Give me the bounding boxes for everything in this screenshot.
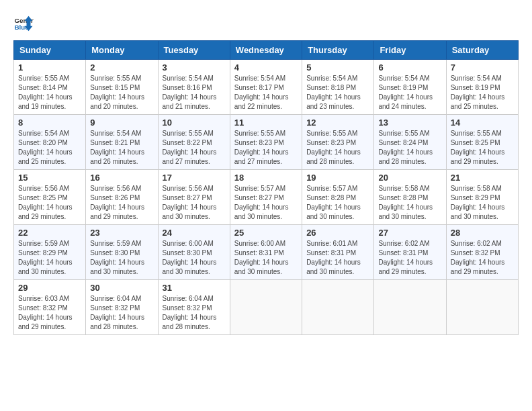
calendar-cell: 2 Sunrise: 5:55 AMSunset: 8:15 PMDayligh… (86, 60, 158, 115)
day-info: Sunrise: 6:03 AMSunset: 8:32 PMDaylight:… (18, 294, 81, 332)
calendar-cell: 1 Sunrise: 5:55 AMSunset: 8:14 PMDayligh… (14, 60, 86, 115)
day-info: Sunrise: 5:58 AMSunset: 8:28 PMDaylight:… (378, 184, 441, 222)
day-number: 31 (163, 283, 226, 293)
day-number: 12 (306, 118, 369, 128)
calendar-cell: 22 Sunrise: 5:59 AMSunset: 8:29 PMDaylig… (14, 225, 86, 280)
calendar-cell: 18 Sunrise: 5:57 AMSunset: 8:27 PMDaylig… (230, 170, 302, 225)
day-info: Sunrise: 5:58 AMSunset: 8:29 PMDaylight:… (451, 184, 514, 222)
day-info: Sunrise: 5:54 AMSunset: 8:19 PMDaylight:… (451, 74, 514, 111)
day-info: Sunrise: 6:00 AMSunset: 8:30 PMDaylight:… (163, 239, 226, 277)
day-number: 7 (451, 62, 514, 73)
day-number: 22 (18, 228, 81, 238)
weekday-header: Saturday (446, 41, 518, 60)
day-number: 5 (306, 62, 369, 73)
calendar-cell: 3 Sunrise: 5:54 AMSunset: 8:16 PMDayligh… (158, 60, 230, 115)
logo: General Blue (13, 13, 34, 34)
day-info: Sunrise: 5:54 AMSunset: 8:21 PMDaylight:… (90, 129, 153, 167)
day-number: 1 (18, 62, 81, 73)
calendar-cell: 27 Sunrise: 6:02 AMSunset: 8:31 PMDaylig… (374, 225, 446, 280)
day-info: Sunrise: 5:59 AMSunset: 8:30 PMDaylight:… (90, 239, 153, 277)
calendar-cell: 23 Sunrise: 5:59 AMSunset: 8:30 PMDaylig… (86, 225, 158, 280)
day-info: Sunrise: 5:54 AMSunset: 8:20 PMDaylight:… (18, 129, 81, 167)
weekday-header: Friday (374, 41, 446, 60)
weekday-header: Wednesday (230, 41, 302, 60)
day-info: Sunrise: 5:54 AMSunset: 8:16 PMDaylight:… (163, 74, 226, 111)
calendar-cell: 20 Sunrise: 5:58 AMSunset: 8:28 PMDaylig… (374, 170, 446, 225)
calendar-cell: 4 Sunrise: 5:54 AMSunset: 8:17 PMDayligh… (230, 60, 302, 115)
calendar-cell (302, 280, 374, 335)
day-number: 2 (90, 62, 153, 73)
calendar-cell: 14 Sunrise: 5:55 AMSunset: 8:25 PMDaylig… (446, 115, 518, 170)
day-number: 13 (378, 118, 441, 128)
calendar-table: SundayMondayTuesdayWednesdayThursdayFrid… (13, 40, 519, 335)
day-info: Sunrise: 5:54 AMSunset: 8:18 PMDaylight:… (306, 74, 369, 111)
day-number: 27 (378, 228, 441, 238)
day-number: 11 (234, 118, 298, 128)
calendar-cell: 10 Sunrise: 5:55 AMSunset: 8:22 PMDaylig… (158, 115, 230, 170)
day-number: 21 (451, 173, 514, 183)
calendar-cell: 17 Sunrise: 5:56 AMSunset: 8:27 PMDaylig… (158, 170, 230, 225)
day-info: Sunrise: 5:55 AMSunset: 8:14 PMDaylight:… (18, 74, 81, 111)
day-number: 26 (306, 228, 369, 238)
calendar-cell: 28 Sunrise: 6:02 AMSunset: 8:32 PMDaylig… (446, 225, 518, 280)
calendar-cell: 30 Sunrise: 6:04 AMSunset: 8:32 PMDaylig… (86, 280, 158, 335)
day-info: Sunrise: 5:56 AMSunset: 8:26 PMDaylight:… (90, 184, 153, 222)
day-number: 4 (234, 62, 298, 73)
calendar-cell: 15 Sunrise: 5:56 AMSunset: 8:25 PMDaylig… (14, 170, 86, 225)
day-info: Sunrise: 6:04 AMSunset: 8:32 PMDaylight:… (163, 294, 226, 332)
day-number: 3 (163, 62, 226, 73)
day-info: Sunrise: 6:02 AMSunset: 8:32 PMDaylight:… (451, 239, 514, 277)
calendar-cell: 7 Sunrise: 5:54 AMSunset: 8:19 PMDayligh… (446, 60, 518, 115)
day-number: 9 (90, 118, 153, 128)
day-number: 23 (90, 228, 153, 238)
day-info: Sunrise: 5:55 AMSunset: 8:15 PMDaylight:… (90, 74, 153, 111)
weekday-header: Monday (86, 41, 158, 60)
day-info: Sunrise: 6:02 AMSunset: 8:31 PMDaylight:… (378, 239, 441, 277)
calendar-cell: 24 Sunrise: 6:00 AMSunset: 8:30 PMDaylig… (158, 225, 230, 280)
day-info: Sunrise: 5:54 AMSunset: 8:17 PMDaylight:… (234, 74, 298, 111)
day-info: Sunrise: 5:56 AMSunset: 8:25 PMDaylight:… (18, 184, 81, 222)
day-info: Sunrise: 5:59 AMSunset: 8:29 PMDaylight:… (18, 239, 81, 277)
calendar-cell: 21 Sunrise: 5:58 AMSunset: 8:29 PMDaylig… (446, 170, 518, 225)
calendar-cell (230, 280, 302, 335)
day-info: Sunrise: 5:57 AMSunset: 8:28 PMDaylight:… (306, 184, 369, 222)
calendar-cell: 25 Sunrise: 6:00 AMSunset: 8:31 PMDaylig… (230, 225, 302, 280)
day-info: Sunrise: 5:54 AMSunset: 8:19 PMDaylight:… (378, 74, 441, 111)
page-header: General Blue (13, 13, 519, 34)
day-number: 28 (451, 228, 514, 238)
calendar-cell: 29 Sunrise: 6:03 AMSunset: 8:32 PMDaylig… (14, 280, 86, 335)
calendar-cell: 6 Sunrise: 5:54 AMSunset: 8:19 PMDayligh… (374, 60, 446, 115)
day-number: 18 (234, 173, 298, 183)
calendar-cell: 26 Sunrise: 6:01 AMSunset: 8:31 PMDaylig… (302, 225, 374, 280)
weekday-header: Thursday (302, 41, 374, 60)
calendar-cell: 13 Sunrise: 5:55 AMSunset: 8:24 PMDaylig… (374, 115, 446, 170)
day-info: Sunrise: 6:04 AMSunset: 8:32 PMDaylight:… (90, 294, 153, 332)
calendar-cell: 8 Sunrise: 5:54 AMSunset: 8:20 PMDayligh… (14, 115, 86, 170)
calendar-cell: 9 Sunrise: 5:54 AMSunset: 8:21 PMDayligh… (86, 115, 158, 170)
day-number: 15 (18, 173, 81, 183)
day-number: 24 (163, 228, 226, 238)
day-number: 19 (306, 173, 369, 183)
day-number: 29 (18, 283, 81, 293)
day-info: Sunrise: 6:01 AMSunset: 8:31 PMDaylight:… (306, 239, 369, 277)
day-number: 30 (90, 283, 153, 293)
weekday-header: Sunday (14, 41, 86, 60)
calendar-cell: 11 Sunrise: 5:55 AMSunset: 8:23 PMDaylig… (230, 115, 302, 170)
day-number: 6 (378, 62, 441, 73)
day-info: Sunrise: 5:55 AMSunset: 8:24 PMDaylight:… (378, 129, 441, 167)
day-number: 16 (90, 173, 153, 183)
day-number: 20 (378, 173, 441, 183)
weekday-header: Tuesday (158, 41, 230, 60)
day-info: Sunrise: 5:56 AMSunset: 8:27 PMDaylight:… (163, 184, 226, 222)
calendar-cell (446, 280, 518, 335)
calendar-cell (374, 280, 446, 335)
day-info: Sunrise: 5:55 AMSunset: 8:23 PMDaylight:… (234, 129, 298, 167)
day-info: Sunrise: 5:55 AMSunset: 8:23 PMDaylight:… (306, 129, 369, 167)
calendar-cell: 5 Sunrise: 5:54 AMSunset: 8:18 PMDayligh… (302, 60, 374, 115)
day-number: 17 (163, 173, 226, 183)
day-info: Sunrise: 5:55 AMSunset: 8:22 PMDaylight:… (163, 129, 226, 167)
calendar-cell: 31 Sunrise: 6:04 AMSunset: 8:32 PMDaylig… (158, 280, 230, 335)
day-number: 10 (163, 118, 226, 128)
logo-icon: General Blue (13, 13, 34, 34)
day-number: 14 (451, 118, 514, 128)
